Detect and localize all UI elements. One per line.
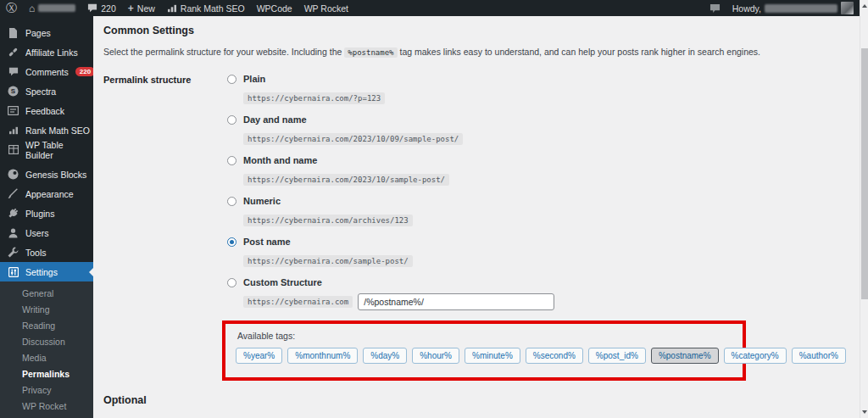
svg-text:S: S (11, 87, 16, 95)
tag-button-second[interactable]: %second% (526, 348, 583, 364)
radio-plain[interactable] (227, 75, 236, 84)
comments-count-badge: 220 (75, 67, 93, 77)
site-name-redacted (38, 4, 75, 12)
site-name-menu[interactable]: ⌂ (23, 0, 81, 16)
sidebar-item-label: Genesis Blocks (25, 170, 86, 180)
radio-month-and-name[interactable] (227, 156, 236, 165)
sidebar-item-appearance[interactable]: Appearance (0, 184, 93, 203)
admin-bar: Ⓧ ⌂ 220 + New Rank Math SEO WPCode WP Ro… (0, 0, 860, 16)
genesis-blocks-icon (8, 169, 19, 180)
submenu-label: Media (22, 353, 47, 363)
submenu-label: General (22, 288, 53, 298)
custom-structure-url-prefix: https://cybernaira.com (243, 296, 353, 308)
submenu-item-sharing[interactable]: Sharing (0, 414, 93, 418)
sidebar-item-pages[interactable]: Pages (0, 23, 93, 42)
comment-icon (8, 66, 19, 77)
available-tags-label: Available tags: (237, 331, 734, 341)
brush-icon (8, 188, 19, 199)
sidebar-item-label: Feedback (25, 106, 64, 116)
tag-button-day[interactable]: %day% (363, 348, 407, 364)
wordpress-logo-menu[interactable]: Ⓧ (0, 0, 23, 16)
option-post-name: Post name https://cybernaira.com/sample-… (227, 237, 848, 267)
submenu-item-privacy[interactable]: Privacy (0, 382, 93, 398)
option-numeric-url: https://cybernaira.com/archives/123 (243, 215, 413, 226)
option-numeric-radio-row[interactable]: Numeric (227, 196, 848, 206)
option-custom-structure: Custom Structure https://cybernaira.com (227, 277, 848, 310)
submenu-item-general[interactable]: General (0, 285, 93, 301)
radio-custom-structure[interactable] (227, 278, 236, 287)
sidebar-item-comments[interactable]: Comments 220 (0, 62, 93, 81)
my-account-menu[interactable]: Howdy, (726, 0, 860, 16)
radio-day-and-name[interactable] (227, 115, 236, 125)
howdy-label: Howdy, (732, 3, 761, 14)
wp-rocket-menu[interactable]: WP Rocket (298, 0, 354, 16)
submenu-item-discussion[interactable]: Discussion (0, 333, 93, 349)
rank-math-icon (8, 125, 19, 136)
optional-description: If you like, you may enter custom struct… (103, 415, 848, 418)
tag-button-minute[interactable]: %minute% (465, 348, 520, 364)
option-day-and-name-radio-row[interactable]: Day and name (227, 114, 848, 125)
avatar (841, 2, 854, 14)
option-label: Plain (243, 74, 265, 84)
submenu-item-permalinks[interactable]: Permalinks (0, 365, 93, 382)
option-plain-radio-row[interactable]: Plain (227, 74, 848, 84)
radio-numeric[interactable] (227, 197, 236, 206)
new-content-menu[interactable]: + New (122, 0, 161, 16)
sidebar-item-tools[interactable]: Tools (0, 242, 93, 262)
rank-math-seo-menu[interactable]: Rank Math SEO (161, 0, 251, 16)
submenu-label: Discussion (22, 337, 65, 347)
submenu-label: WP Rocket (22, 401, 66, 411)
sidebar-item-label: Pages (25, 28, 51, 38)
description-text: Select the permalink structure for your … (103, 47, 342, 57)
sidebar-item-label: Appearance (25, 189, 74, 199)
option-label: Month and name (243, 155, 317, 165)
option-post-name-radio-row[interactable]: Post name (227, 237, 848, 247)
scrollbar-thumb[interactable] (861, 48, 868, 299)
notification-bubble[interactable] (704, 0, 726, 16)
submenu-label: Writing (22, 304, 49, 315)
sidebar-item-label: Spectra (25, 86, 56, 97)
tag-button-postname-active[interactable]: %postname% (651, 348, 719, 364)
tag-button-author[interactable]: %author% (792, 348, 846, 364)
optional-section: Optional If you like, you may enter cust… (103, 394, 848, 418)
option-custom-structure-radio-row[interactable]: Custom Structure (227, 277, 848, 287)
sidebar-item-settings[interactable]: Settings (0, 262, 93, 281)
tag-button-hour[interactable]: %hour% (412, 348, 459, 364)
sidebar-item-plugins[interactable]: Plugins (0, 203, 93, 223)
custom-structure-input[interactable] (358, 293, 554, 310)
submenu-item-reading[interactable]: Reading (0, 317, 93, 333)
feedback-icon (8, 105, 19, 116)
common-settings-description: Select the permalink structure for your … (103, 47, 848, 57)
sidebar-item-wp-table-builder[interactable]: WP Table Builder (0, 140, 93, 159)
scroll-down-arrow-icon[interactable] (862, 410, 867, 414)
wpcode-menu[interactable]: WPCode (251, 0, 298, 16)
rank-math-label: Rank Math SEO (181, 3, 245, 14)
tag-button-monthnum[interactable]: %monthnum% (287, 348, 358, 364)
submenu-label: Privacy (22, 385, 51, 395)
submenu-item-writing[interactable]: Writing (0, 301, 93, 317)
submenu-label: Reading (22, 320, 55, 331)
sidebar-item-affiliate-links[interactable]: Affiliate Links (0, 42, 93, 62)
submenu-item-wp-rocket[interactable]: WP Rocket (0, 398, 93, 414)
tag-button-post-id[interactable]: %post_id% (588, 348, 646, 364)
sidebar-item-users[interactable]: Users (0, 223, 93, 242)
comment-bubble-icon (87, 3, 97, 13)
sidebar-item-feedback[interactable]: Feedback (0, 101, 93, 120)
tag-button-year[interactable]: %year% (236, 348, 282, 364)
radio-post-name-selected[interactable] (227, 237, 236, 247)
sidebar-item-genesis-blocks[interactable]: Genesis Blocks (0, 164, 93, 184)
sidebar-item-label: Plugins (25, 209, 54, 219)
tag-button-category[interactable]: %category% (724, 348, 787, 364)
permalink-structure-label: Permalink structure (103, 74, 227, 381)
vertical-scrollbar[interactable] (860, 0, 868, 418)
comments-shortcut[interactable]: 220 (81, 0, 122, 16)
option-label: Day and name (243, 114, 307, 125)
optional-heading: Optional (103, 394, 848, 406)
sidebar-item-spectra[interactable]: S Spectra (0, 81, 93, 101)
submenu-item-media[interactable]: Media (0, 349, 93, 365)
sidebar-item-rank-math-seo[interactable]: Rank Math SEO (0, 120, 93, 140)
link-icon (8, 47, 19, 58)
option-month-and-name-radio-row[interactable]: Month and name (227, 155, 848, 165)
scroll-up-arrow-icon[interactable] (862, 4, 867, 8)
speech-bubble-icon (709, 3, 721, 14)
